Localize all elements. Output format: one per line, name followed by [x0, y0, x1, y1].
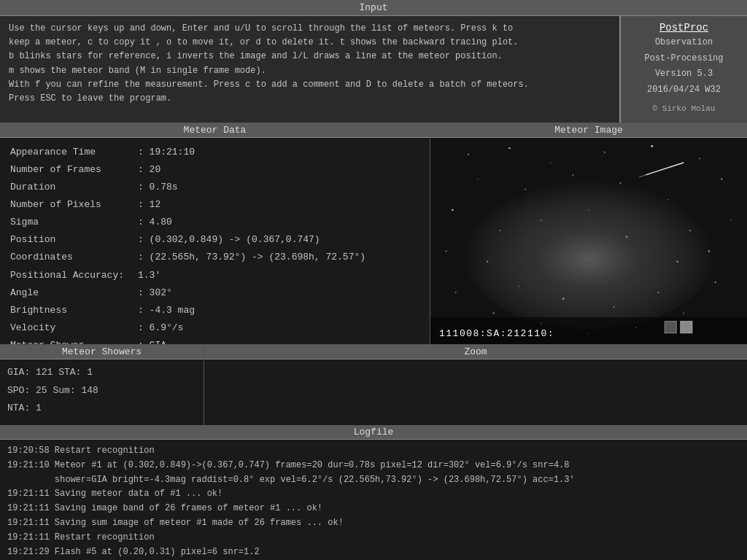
- svg-point-32: [500, 230, 501, 232]
- postproc-line2: Post-Processing: [628, 51, 740, 67]
- svg-point-26: [676, 261, 678, 262]
- data-field-value: : 0.78s: [138, 179, 178, 196]
- svg-point-25: [689, 230, 691, 231]
- postproc-line4: 2016/04/24 W32: [628, 82, 740, 98]
- logfile-content: 19:20:58 Restart recognition19:21:10 Met…: [0, 440, 747, 560]
- svg-point-16: [493, 312, 495, 314]
- data-field-label: Position: [10, 231, 138, 249]
- meteor-data-row: Angle: 302°: [10, 284, 419, 302]
- instruction-line-2: keep a meteor, c to copy it , o to move …: [9, 36, 611, 50]
- svg-point-5: [604, 152, 605, 153]
- postproc-panel: PostProc Observation Post-Processing Ver…: [619, 16, 747, 122]
- svg-point-33: [541, 219, 542, 221]
- data-field-value: : 302°: [138, 284, 172, 302]
- svg-point-22: [572, 174, 573, 176]
- svg-point-12: [683, 313, 684, 314]
- svg-point-24: [667, 199, 669, 201]
- meteor-image-display: 111008:SA:212110:: [430, 138, 747, 344]
- postproc-line1: Observation: [628, 35, 740, 51]
- data-field-label: Number of Pixels: [10, 196, 138, 214]
- log-line: 19:20:58 Restart recognition: [7, 444, 740, 459]
- instruction-line-6: Press ESC to leave the program.: [9, 92, 611, 106]
- showers-lines: GIA: 121 STA: 1SPO: 25 Sum: 148NTA: 1: [7, 364, 196, 418]
- svg-point-17: [455, 292, 457, 293]
- svg-point-21: [525, 189, 526, 190]
- data-field-value: : (22.565h, 73.92°) -> (23.698h, 72.57°): [138, 249, 365, 266]
- data-field-value: : 4.80: [138, 214, 172, 231]
- svg-point-30: [519, 286, 520, 287]
- zoom-display-area: [204, 359, 747, 425]
- meteor-data-row: Coordinates: (22.565h, 73.92°) -> (23.69…: [10, 249, 419, 266]
- data-field-label: Number of Frames: [10, 161, 138, 179]
- zoom-title: Zoom: [204, 345, 747, 359]
- postproc-line3: Version 5.3: [628, 66, 740, 82]
- meteor-data-row: Velocity: 6.9°/s: [10, 319, 419, 337]
- log-line: 19:21:29 Flash #5 at (0.20,0.31) pixel=6…: [7, 545, 740, 560]
- svg-point-27: [658, 292, 659, 293]
- svg-point-35: [626, 236, 627, 238]
- svg-point-23: [619, 182, 621, 184]
- data-field-value: : 6.9°/s: [138, 319, 183, 337]
- meteor-data-row: Sigma: 4.80: [10, 214, 419, 231]
- meteor-data-row: Duration: 0.78s: [10, 179, 419, 196]
- svg-point-3: [508, 147, 510, 149]
- meteor-fields-list: Appearance Time: 19:21:10Number of Frame…: [10, 144, 419, 344]
- data-field-value: : 12: [138, 196, 160, 214]
- log-line: 19:21:10 Meteor #1 at (0.302,0.849)->(0.…: [7, 459, 740, 473]
- postproc-copyright: © Sirko Molau: [628, 102, 740, 117]
- log-line: shower=GIA bright=-4.3mag raddist=0.8° e…: [7, 473, 740, 488]
- data-field-label: Sigma: [10, 214, 138, 231]
- svg-point-28: [614, 306, 615, 308]
- data-field-value: 1.3': [138, 267, 160, 284]
- svg-point-1: [462, 173, 715, 330]
- meteor-data-row: Number of Frames: 20: [10, 161, 419, 179]
- meteor-data-title: Meteor Data: [0, 123, 430, 138]
- data-field-label: Angle: [10, 284, 138, 302]
- data-field-label: Coordinates: [10, 249, 138, 266]
- data-field-label: Brightness: [10, 302, 138, 319]
- svg-point-19: [452, 209, 454, 211]
- instruction-line-1: Use the cursor keys up and down, Enter a…: [9, 22, 611, 36]
- window-title: Input: [359, 2, 387, 13]
- meteor-image-svg: 111008:SA:212110:: [430, 138, 747, 344]
- svg-point-29: [562, 298, 565, 300]
- svg-point-11: [715, 281, 716, 283]
- svg-point-6: [651, 145, 653, 147]
- data-field-label: Velocity: [10, 319, 138, 337]
- log-line: 19:21:11 Saving meteor data of #1 ... ok…: [7, 487, 740, 502]
- svg-rect-41: [681, 322, 692, 333]
- svg-point-9: [731, 220, 732, 222]
- svg-point-34: [588, 209, 589, 211]
- shower-line: GIA: 121 STA: 1: [7, 364, 196, 382]
- svg-point-4: [550, 162, 551, 163]
- svg-point-7: [699, 158, 700, 160]
- postproc-title: PostProc: [628, 22, 740, 34]
- logfile-title: Logfile: [0, 425, 747, 440]
- instruction-line-5: With f you can refine the measurement. P…: [9, 78, 611, 92]
- meteor-image-title: Meteor Image: [430, 123, 747, 138]
- data-field-value: : 19:21:10: [138, 144, 195, 161]
- log-line: 19:21:11 Saving sum image of meteor #1 m…: [7, 516, 740, 531]
- instructions-area: Use the cursor keys up and down, Enter a…: [0, 16, 619, 122]
- meteor-data-row: Number of Pixels: 12: [10, 196, 419, 214]
- data-field-value: : 20: [138, 161, 160, 179]
- data-field-value: : GIA: [138, 337, 166, 344]
- meteor-data-row: Brightness: -4.3 mag: [10, 302, 419, 319]
- data-field-label: Positional Accuracy:: [10, 267, 138, 284]
- meteor-showers-title: Meteor Showers: [0, 345, 204, 359]
- data-field-value: : -4.3 mag: [138, 302, 195, 319]
- svg-rect-40: [665, 322, 676, 333]
- svg-point-2: [468, 154, 469, 155]
- meteor-data-content: Appearance Time: 19:21:10Number of Frame…: [0, 138, 430, 344]
- svg-point-18: [446, 251, 447, 252]
- svg-point-20: [477, 179, 479, 180]
- log-line: 19:21:11 Saving image band of 26 frames …: [7, 502, 740, 516]
- instruction-line-3: b blinks stars for reference, i inverts …: [9, 50, 611, 63]
- svg-text:111008:SA:212110:: 111008:SA:212110:: [439, 328, 554, 339]
- data-field-label: Meteor Shower: [10, 337, 138, 344]
- svg-point-10: [708, 250, 711, 252]
- log-line: 19:21:11 Restart recognition: [7, 531, 740, 545]
- shower-line: NTA: 1: [7, 400, 196, 418]
- instruction-line-4: m shows the meteor band (M in single fra…: [9, 64, 611, 78]
- meteor-showers-data: GIA: 121 STA: 1SPO: 25 Sum: 148NTA: 1: [0, 359, 204, 425]
